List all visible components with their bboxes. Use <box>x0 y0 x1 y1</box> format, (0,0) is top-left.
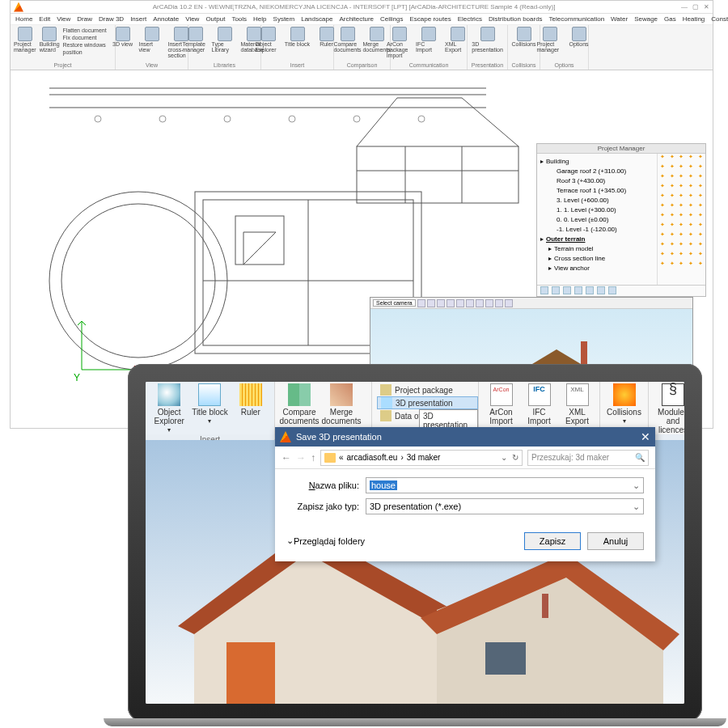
chevron-down-icon[interactable]: ⌄ <box>633 502 640 512</box>
back-icon[interactable]: ← <box>281 452 291 463</box>
svg-point-3 <box>49 192 227 370</box>
explorer-icon <box>158 383 180 406</box>
title-block-icon <box>198 383 221 406</box>
laptop-frame: Object Explorer▾ Title block▾ Ruler Inse… <box>128 364 702 722</box>
modules-button[interactable]: §Modules and licences <box>654 383 684 434</box>
svg-rect-36 <box>226 642 275 704</box>
filename-label: Nazwa pliku: <box>286 480 359 490</box>
svg-rect-38 <box>542 594 548 618</box>
forward-icon[interactable]: → <box>296 452 306 463</box>
filetype-label: Zapisz jako typ: <box>286 502 359 511</box>
package-icon <box>380 384 392 396</box>
modules-icon: § <box>662 383 684 406</box>
svg-point-4 <box>61 204 215 358</box>
window-controls[interactable]: —▢✕ <box>681 3 709 11</box>
save-button[interactable]: Zapisz <box>524 532 581 550</box>
dialog-nav: ← → ↑ « arcadiasoft.eu › 3d maker ⌄ ↻ Pr… <box>275 447 655 469</box>
window-title: ArCADia 10.2 EN - WEWNĘTRZNA, NIEKOMERCY… <box>27 3 681 11</box>
merge-button[interactable]: Merge documents <box>322 383 361 425</box>
svg-rect-9 <box>235 216 284 265</box>
ifc-icon: IFC <box>528 383 551 406</box>
svg-point-19 <box>289 116 295 122</box>
title-block-button[interactable]: Title block▾ <box>191 383 228 425</box>
svg-line-12 <box>82 321 86 325</box>
dialog-titlebar[interactable]: Save 3D presentation ✕ <box>275 427 655 447</box>
laptop-base <box>104 718 726 726</box>
data-icon <box>380 410 392 421</box>
arcon-icon: ArCon <box>490 383 513 406</box>
filename-input[interactable]: house⌄ <box>366 477 644 493</box>
compare-icon <box>288 383 311 406</box>
laptop-screen: Object Explorer▾ Title block▾ Ruler Inse… <box>146 382 684 704</box>
xml-icon: XML <box>566 383 589 406</box>
svg-rect-22 <box>357 146 518 203</box>
menubar[interactable]: HomeEditViewDrawDraw 3DInsertAnnotateVie… <box>11 14 713 25</box>
presentation-icon <box>381 397 392 408</box>
svg-text:Y: Y <box>74 372 80 383</box>
pm-icon-grid[interactable]: ✦✦✦✦✦✦✦✦✦✦✦✦✦✦✦✦✦✦✦✦✦✦✦✦✦✦✦✦✦✦✦✦✦✦✦✦✦✦✦✦… <box>657 154 705 285</box>
svg-point-18 <box>224 116 231 122</box>
pm-tree[interactable]: ▸ BuildingGarage roof 2 (+310.00)Roof 3 … <box>537 154 657 285</box>
close-icon[interactable]: ✕ <box>641 430 650 443</box>
up-icon[interactable]: ↑ <box>311 452 315 463</box>
merge-icon <box>330 383 353 406</box>
pm-toolbar[interactable] <box>537 285 705 294</box>
expand-folders-button[interactable]: Przeglądaj foldery <box>286 536 365 547</box>
folder-icon <box>324 453 336 463</box>
object-explorer-button[interactable]: Object Explorer▾ <box>150 383 188 434</box>
3d-presentation-button[interactable]: 3D presentation <box>377 396 478 409</box>
collisions-button[interactable]: Collisions▾ <box>605 383 643 425</box>
project-manager-panel[interactable]: Project Manager ▸ BuildingGarage roof 2 … <box>536 143 706 297</box>
breadcrumb[interactable]: « arcadiasoft.eu › 3d maker ⌄ ↻ <box>320 450 523 466</box>
search-icon: 🔍 <box>635 453 645 462</box>
project-package-button[interactable]: Project package <box>377 383 478 396</box>
titlebar-back: ArCADia 10.2 EN - WEWNĘTRZNA, NIEKOMERCY… <box>11 1 713 14</box>
svg-point-16 <box>95 116 101 122</box>
chevron-down-icon[interactable]: ⌄ <box>633 480 640 491</box>
search-input[interactable]: Przeszukaj: 3d maker🔍 <box>527 450 649 466</box>
svg-rect-37 <box>485 642 526 675</box>
pm-title: Project Manager <box>537 144 705 154</box>
dialog-title: Save 3D presentation <box>296 432 382 442</box>
section-drawing <box>349 74 527 219</box>
svg-line-11 <box>78 321 82 325</box>
compare-button[interactable]: Compare documents <box>280 383 319 425</box>
select-camera-dropdown[interactable]: Select camera <box>373 299 416 307</box>
ruler-icon <box>239 383 262 406</box>
cancel-button[interactable]: Anuluj <box>587 532 644 550</box>
filetype-select[interactable]: 3D presentation (*.exe)⌄ <box>366 498 644 514</box>
save-dialog: Save 3D presentation ✕ ← → ↑ « arcadiaso… <box>275 427 655 561</box>
svg-point-17 <box>159 116 166 122</box>
ribbon-back: Project managerBuilding wizardFlatten do… <box>11 25 713 70</box>
collision-icon <box>613 383 636 406</box>
svg-rect-30 <box>581 341 587 366</box>
ruler-button[interactable]: Ruler <box>232 383 269 417</box>
arcadia-logo-icon <box>280 431 291 442</box>
arcadia-logo-icon <box>14 2 23 12</box>
